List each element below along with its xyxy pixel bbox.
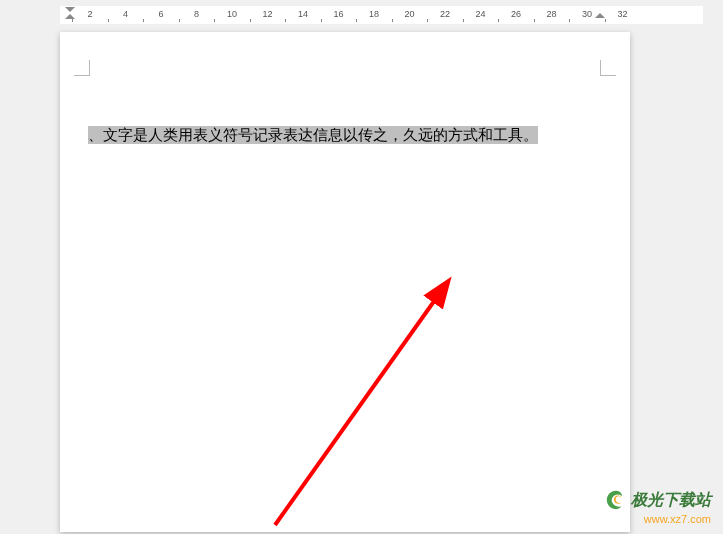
ruler-number: 16 [333, 9, 343, 19]
ruler-number: 28 [546, 9, 556, 19]
document-text-line[interactable]: 、文字是人类用表义符号记录表达信息以传之，久远的方式和工具。 [88, 124, 538, 147]
ruler-number: 18 [369, 9, 379, 19]
ruler-number: 22 [440, 9, 450, 19]
ruler-number: 32 [617, 9, 627, 19]
ruler-number: 24 [475, 9, 485, 19]
ruler-number: 26 [511, 9, 521, 19]
ruler-number: 10 [227, 9, 237, 19]
ruler-number: 6 [158, 9, 163, 19]
selected-text[interactable]: 、文字是人类用表义符号记录表达信息以传之，久远的方式和工具。 [88, 126, 538, 144]
horizontal-ruler[interactable]: 2468101214161820222426283032 [60, 6, 703, 24]
ruler-number: 30 [582, 9, 592, 19]
ruler-scale: 2468101214161820222426283032 [60, 6, 703, 24]
watermark-title: 极光下载站 [631, 490, 711, 509]
document-page[interactable]: 、文字是人类用表义符号记录表达信息以传之，久远的方式和工具。 [60, 32, 630, 532]
ruler-number: 14 [298, 9, 308, 19]
watermark: 极光下载站 www.xz7.com [605, 489, 711, 526]
right-indent-marker-icon[interactable] [595, 13, 605, 18]
ruler-number: 8 [194, 9, 199, 19]
watermark-logo-icon [605, 489, 627, 511]
margin-corner-top-left [74, 60, 90, 76]
watermark-url: www.xz7.com [605, 513, 711, 526]
ruler-number: 20 [404, 9, 414, 19]
ruler-number: 2 [87, 9, 92, 19]
margin-corner-top-right [600, 60, 616, 76]
ruler-number: 12 [262, 9, 272, 19]
ruler-number: 4 [123, 9, 128, 19]
